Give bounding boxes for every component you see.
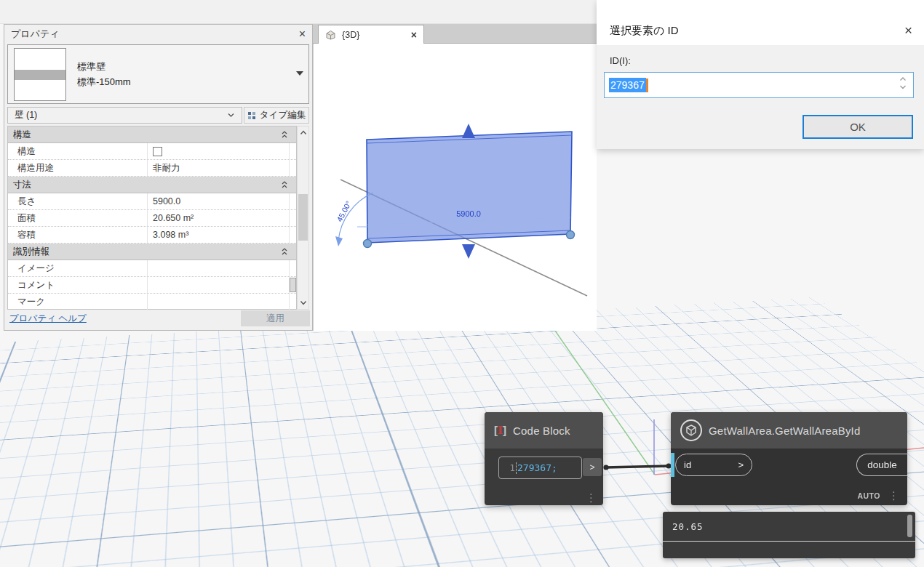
type-selector[interactable]: 標準壁 標準-150mm (7, 44, 309, 104)
wire-start-knob (603, 465, 608, 470)
properties-panel-title: プロパティ (11, 28, 60, 41)
dimension-label[interactable]: 5900.0 (456, 209, 481, 218)
properties-help-link[interactable]: プロパティ ヘルプ (9, 313, 87, 325)
scrollbar-down-icon[interactable] (300, 300, 307, 305)
param-value-structural[interactable] (148, 143, 289, 159)
code-block-icon: [I] (494, 424, 506, 437)
table-row: 構造 (8, 143, 296, 160)
collapse-chevrons-icon (281, 247, 288, 256)
wire-codeblock-to-getwallarea[interactable] (605, 466, 670, 467)
section-header-identity[interactable]: 識別情報 (8, 244, 296, 260)
id-input[interactable]: 279367 (604, 72, 914, 98)
family-name: 標準壁 (77, 59, 131, 74)
table-row: イメージ (8, 260, 296, 277)
getwallarea-node[interactable]: GetWallArea.GetWallAreaById id > double … (671, 412, 907, 505)
table-row: 構造用途 非耐力 (8, 160, 296, 177)
getwallarea-menu-icon[interactable]: ⋮ (888, 491, 899, 500)
preview-value: 20.65 (672, 521, 704, 532)
chevron-down-icon (227, 112, 235, 118)
input-port-label: id (684, 459, 691, 470)
input-port-arrow: > (738, 459, 744, 470)
collapse-chevrons-icon (281, 180, 288, 189)
dialog-title: 選択要素の ID (610, 24, 679, 38)
properties-close-icon[interactable]: × (299, 28, 306, 40)
code-line-number: 1 (499, 462, 515, 473)
param-value-length[interactable]: 5900.0 (148, 193, 289, 209)
type-name: 標準-150mm (77, 74, 131, 89)
code-block-title: Code Block (513, 425, 570, 437)
param-value-structural-usage[interactable]: 非耐力 (148, 160, 289, 176)
param-value-area[interactable]: 20.650 m² (148, 210, 289, 226)
code-block-node[interactable]: [I] Code Block 1 279367; > ⋮ (485, 412, 603, 505)
properties-panel: プロパティ × 標準壁 標準-150mm 壁 (1) タイプ編集 構造 (4, 24, 313, 331)
spinner-up-icon[interactable] (899, 77, 907, 81)
scrollbar-thumb[interactable] (298, 194, 308, 241)
text-caret (516, 462, 517, 474)
getwallarea-header[interactable]: GetWallArea.GetWallAreaById (671, 412, 907, 449)
table-row: マーク (8, 294, 296, 310)
flip-arrow-top-icon[interactable] (462, 124, 475, 138)
wall-section-band (15, 70, 65, 80)
getwallarea-title: GetWallArea.GetWallAreaById (709, 425, 861, 437)
param-value-volume[interactable]: 3.098 m³ (148, 227, 289, 243)
edit-type-button[interactable]: タイプ編集 (244, 107, 309, 124)
custom-node-icon (680, 419, 702, 441)
wall-end-grip-left[interactable] (364, 240, 372, 248)
table-row: コメント (8, 277, 296, 294)
table-row: 長さ 5900.0 (8, 193, 296, 210)
table-row: 容積 3.098 m³ (8, 227, 296, 244)
ok-button[interactable]: OK (802, 115, 913, 139)
code-block-header[interactable]: [I] Code Block (485, 412, 603, 449)
edit-type-icon (247, 111, 256, 120)
code-block-menu-icon[interactable]: ⋮ (586, 493, 597, 502)
element-id-dialog: 選択要素の ID × ID(I): 279367 OK (597, 0, 924, 149)
input-port-connected-marker (671, 453, 674, 477)
view-tab-bar: {3D} × (313, 24, 597, 44)
param-value-mark[interactable] (148, 294, 289, 310)
param-value-image[interactable] (148, 260, 289, 276)
properties-scrollbar[interactable] (297, 126, 309, 310)
structural-checkbox[interactable] (153, 147, 162, 156)
output-port-label: double (867, 459, 897, 470)
selected-wall[interactable] (367, 132, 572, 243)
getwallarea-output-port[interactable]: double (856, 454, 907, 476)
code-block-output-port[interactable]: > (583, 458, 602, 476)
angle-arrowhead (335, 236, 343, 246)
node-preview-bubble[interactable]: 20.65 (663, 512, 915, 558)
revit-window-strip (0, 0, 597, 24)
code-block-editor[interactable]: 1 279367; (498, 457, 582, 479)
type-selector-dropdown-icon[interactable] (296, 71, 303, 76)
id-input-caret (646, 79, 648, 92)
lacing-mode-label[interactable]: AUTO (857, 491, 880, 500)
revit-3d-viewport[interactable]: 5900.0 45.00° (313, 44, 597, 331)
code-text[interactable]: 279367; (517, 462, 557, 473)
tab-3d-view[interactable]: {3D} × (318, 25, 424, 44)
id-input-selected-text: 279367 (609, 78, 646, 92)
section-header-structure[interactable]: 構造 (8, 126, 296, 143)
scrollbar-up-icon[interactable] (300, 130, 307, 135)
id-field-label: ID(I): (610, 55, 631, 66)
preview-scrollbar-thumb[interactable] (907, 515, 912, 537)
selection-filter-combo[interactable]: 壁 (1) (7, 107, 242, 124)
collapse-chevrons-icon (281, 130, 288, 139)
apply-button[interactable]: 適用 (241, 310, 310, 326)
3d-view-icon (325, 30, 336, 40)
param-value-comment[interactable] (148, 277, 289, 293)
section-header-dimensions[interactable]: 寸法 (8, 177, 296, 193)
comment-browse-button[interactable] (290, 278, 296, 292)
wall-end-grip-right[interactable] (567, 231, 575, 239)
table-row: 面積 20.650 m² (8, 210, 296, 227)
flip-arrow-bottom-icon[interactable] (462, 244, 475, 259)
tab-3d-label: {3D} (342, 30, 359, 40)
type-preview-thumbnail (14, 48, 66, 101)
getwallarea-input-port[interactable]: id > (675, 454, 752, 476)
selection-filter-label: 壁 (1) (15, 109, 37, 121)
tab-close-icon[interactable]: × (411, 29, 417, 41)
parameter-table: 構造 構造 構造用途 非耐力 寸法 長さ 5900.0 面積 20.650 m² (7, 126, 297, 310)
viewport-drawing: 5900.0 45.00° (314, 44, 597, 331)
preview-footer (663, 542, 915, 558)
dialog-close-icon[interactable]: × (904, 23, 912, 39)
edit-type-label: タイプ編集 (260, 109, 306, 121)
spinner-down-icon[interactable] (899, 85, 907, 89)
